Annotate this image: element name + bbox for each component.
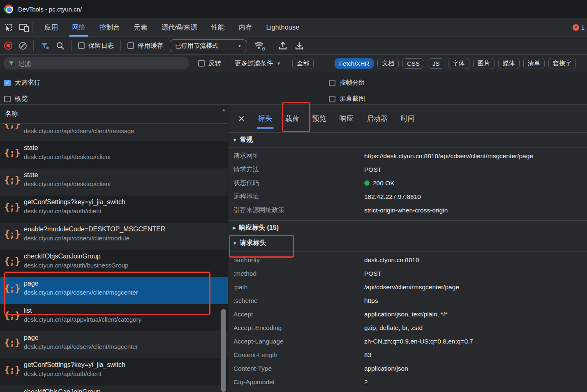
request-row[interactable]: {;} page desk.ctyun.cn/api/cdserv/client… bbox=[0, 331, 228, 358]
throttling-dropdown[interactable]: 已停用节流模式 ▼ bbox=[170, 39, 247, 52]
checkbox-unchecked[interactable] bbox=[329, 80, 335, 86]
chip-font[interactable]: 字体 bbox=[448, 58, 469, 69]
general-section-header[interactable]: ▼ 常规 bbox=[228, 133, 587, 148]
request-url: desk.ctyun.cn/api/desktop/client bbox=[24, 153, 225, 160]
general-rows: 请求网址 https://desk.ctyun.cn:8810/api/cdse… bbox=[228, 148, 587, 217]
filter-toggle-icon[interactable] bbox=[40, 42, 49, 50]
chip-doc[interactable]: 文档 bbox=[377, 58, 399, 69]
request-name: checkIfObjsCanJoinGroup bbox=[24, 253, 225, 260]
checkbox-unchecked[interactable] bbox=[329, 96, 335, 102]
tab-console[interactable]: 控制台 bbox=[92, 18, 127, 37]
request-header-row: Ctg-Appmodel 2 bbox=[228, 375, 587, 389]
request-header-row: Accept application/json, text/plain, */* bbox=[228, 307, 587, 321]
invert-label: 反转 bbox=[208, 59, 221, 68]
fetch-xhr-icon: {;} bbox=[4, 283, 20, 294]
tab-timing[interactable]: 时间 bbox=[394, 105, 421, 132]
fetch-xhr-icon: {;} bbox=[4, 229, 20, 240]
disable-cache-checkbox[interactable]: 停用缓存 bbox=[127, 42, 163, 50]
header-value: application/json, text/plain, */* bbox=[364, 311, 447, 318]
filter-input[interactable] bbox=[18, 60, 184, 67]
inspect-element-icon[interactable] bbox=[3, 23, 13, 32]
overview-label: 概览 bbox=[15, 95, 28, 103]
checkbox-unchecked[interactable] bbox=[78, 42, 85, 49]
header-value: desk.ctyun.cn:8810 bbox=[364, 256, 419, 264]
request-header-row: Ctg-Deviceid aQwJT8rJi1ZkBkT8PP4P=O4N7kP… bbox=[228, 389, 587, 392]
search-icon[interactable] bbox=[56, 42, 65, 50]
request-row[interactable]: {;} desk.ctyun.cn/api/cdserv/client/mess… bbox=[0, 124, 228, 141]
screenshots-checkbox[interactable]: 屏幕截图 bbox=[329, 95, 365, 103]
import-har-icon[interactable] bbox=[278, 41, 288, 50]
big-request-rows-checkbox[interactable]: 大请求行 bbox=[4, 78, 40, 87]
chip-img[interactable]: 图片 bbox=[473, 58, 495, 69]
clear-network-log-button[interactable] bbox=[19, 42, 27, 50]
tab-elements[interactable]: 元素 bbox=[127, 18, 155, 37]
chip-css[interactable]: CSS bbox=[402, 58, 424, 69]
general-row: 引荐来源网址政策 strict-origin-when-cross-origin bbox=[228, 203, 587, 217]
request-name: getConfSettings?key=yi_jia_switch bbox=[24, 198, 225, 206]
group-by-frame-label: 按帧分组 bbox=[340, 78, 365, 87]
invert-filter-checkbox[interactable]: 反转 bbox=[198, 59, 221, 68]
request-headers-section-header[interactable]: ▼ 请求标头 bbox=[228, 235, 587, 251]
checkbox-checked[interactable] bbox=[4, 80, 11, 86]
screenshots-label: 屏幕截图 bbox=[340, 95, 365, 103]
request-header-rows: :authority desk.ctyun.cn:8810 :method PO… bbox=[228, 251, 587, 392]
request-row[interactable]: {;} list desk.ctyun.cn/api/appvirtual/cl… bbox=[0, 304, 228, 331]
close-icon[interactable]: ✕ bbox=[238, 114, 245, 124]
name-column-header[interactable]: 名称 bbox=[0, 105, 228, 124]
export-har-icon[interactable] bbox=[294, 41, 304, 50]
tab-memory[interactable]: 内存 bbox=[232, 18, 259, 37]
chip-socket[interactable]: 套接字 bbox=[548, 58, 576, 69]
request-row[interactable]: {;} getConfSettings?key=yi_jia_switch de… bbox=[0, 358, 228, 385]
funnel-icon bbox=[8, 60, 15, 67]
chip-manifest[interactable]: 清单 bbox=[523, 58, 545, 69]
tab-performance[interactable]: 性能 bbox=[204, 18, 232, 37]
request-row[interactable]: {;} checkIfObjsCanJoinGroup desk.ctyun.c… bbox=[0, 250, 228, 277]
record-network-log-button[interactable] bbox=[4, 42, 12, 50]
chip-media[interactable]: 媒体 bbox=[498, 58, 520, 69]
tab-headers[interactable]: 标头 bbox=[252, 105, 279, 132]
request-name: list bbox=[24, 307, 225, 314]
request-url: desk.ctyun.cn/api/cdserv/client/module bbox=[24, 235, 225, 242]
checkbox-unchecked[interactable] bbox=[198, 60, 205, 67]
request-row[interactable]: {;} checkIfObjsCanJoinGroup desk.ctyun.c… bbox=[0, 385, 228, 392]
tab-preview[interactable]: 预览 bbox=[306, 105, 333, 132]
general-row: 请求方法 POST bbox=[228, 163, 587, 176]
fetch-xhr-icon: {;} bbox=[4, 337, 20, 348]
tab-network[interactable]: 网络 bbox=[65, 18, 92, 37]
tab-initiator[interactable]: 启动器 bbox=[360, 105, 394, 132]
request-row[interactable]: {;} enable?moduleCode=DESKTOP_MSGCENTER … bbox=[0, 223, 228, 250]
response-headers-section-header[interactable]: ▶ 响应标头 (15) bbox=[228, 220, 587, 235]
request-row[interactable]: {;} state desk.ctyun.cn/api/desktop/clie… bbox=[0, 168, 228, 196]
resource-type-chips: 全部Fetch/XHR文档CSSJS字体图片媒体清单套接字 bbox=[292, 58, 576, 69]
more-filters-dropdown[interactable]: 更多过滤条件 ▼ bbox=[235, 59, 281, 68]
checkbox-unchecked[interactable] bbox=[4, 96, 11, 102]
preserve-log-checkbox[interactable]: 保留日志 bbox=[78, 42, 114, 50]
tab-payload[interactable]: 载荷 bbox=[279, 105, 306, 132]
request-header-row: :authority desk.ctyun.cn:8810 bbox=[228, 253, 587, 267]
scrollbar-up-arrow[interactable]: ▲ bbox=[222, 107, 226, 112]
tab-lighthouse[interactable]: Lighthouse bbox=[259, 18, 307, 37]
device-toolbar-icon[interactable] bbox=[19, 23, 30, 32]
tab-response[interactable]: 响应 bbox=[333, 105, 360, 132]
request-row[interactable]: {;} state desk.ctyun.cn/api/desktop/clie… bbox=[0, 141, 228, 168]
chip-fetch-xhr[interactable]: Fetch/XHR bbox=[335, 58, 374, 69]
tab-sources[interactable]: 源代码/来源 bbox=[155, 18, 204, 37]
network-conditions-icon[interactable]: ⚙ bbox=[254, 41, 264, 50]
checkbox-unchecked[interactable] bbox=[127, 42, 134, 49]
group-by-frame-checkbox[interactable]: 按帧分组 bbox=[329, 78, 365, 87]
request-row[interactable]: {;} page desk.ctyun.cn/api/cdserv/client… bbox=[0, 277, 228, 304]
request-header-row: Content-Length 83 bbox=[228, 348, 587, 362]
header-value: 83 bbox=[364, 351, 371, 359]
devtools-window: DevTools - pc.ctyun.cn/ 应用网络控制台元素源代码/来源性… bbox=[0, 0, 587, 392]
error-badge[interactable]: ✕ 1 bbox=[573, 18, 587, 37]
general-label: 引荐来源网址政策 bbox=[233, 206, 364, 214]
general-value: 200 OK bbox=[364, 180, 395, 187]
overview-checkbox[interactable]: 概览 bbox=[4, 95, 28, 103]
tab-application[interactable]: 应用 bbox=[37, 18, 65, 37]
scrollbar-thumb[interactable] bbox=[221, 309, 226, 392]
request-row[interactable]: {;} getConfSettings?key=yi_jia_switch de… bbox=[0, 196, 228, 223]
chip-all[interactable]: 全部 bbox=[292, 58, 314, 69]
big-request-rows-label: 大请求行 bbox=[15, 78, 40, 87]
chip-js[interactable]: JS bbox=[428, 58, 444, 69]
filter-input-container[interactable] bbox=[3, 57, 189, 69]
